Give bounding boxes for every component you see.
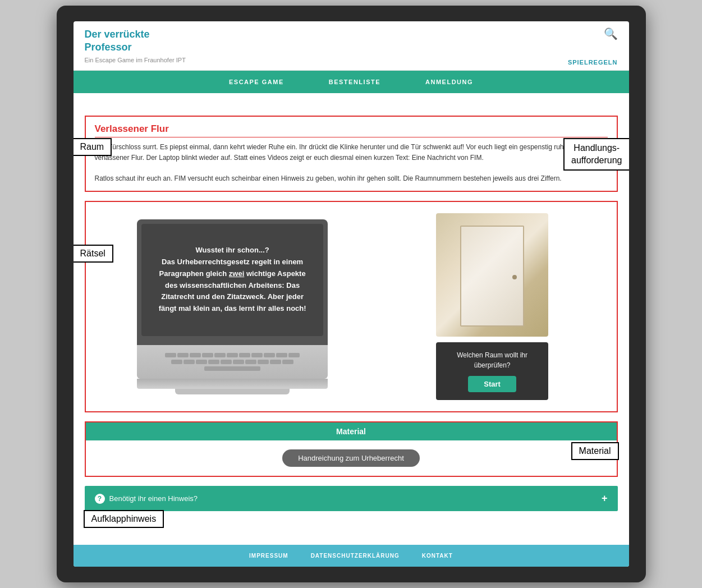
- annotation-raum: Raum: [74, 138, 112, 156]
- material-section: Material Handreichung zum Urheberrecht: [85, 421, 618, 477]
- room-section: Verlassener Flur Das Türschloss surrt. E…: [85, 116, 618, 192]
- door-card-question: Welchen Raum wollt ihr überprüfen?: [447, 350, 537, 370]
- laptop-keyboard: [137, 345, 328, 379]
- footer: IMPRESSUM DATENSCHUTZERKLÄRUNG KONTAKT: [74, 545, 629, 567]
- hint-wrapper: Aufklapphinweis ? Benötigt ihr einen Hin…: [85, 486, 618, 511]
- hint-header[interactable]: ? Benötigt ihr einen Hinweis? +: [86, 487, 617, 510]
- site-title: Der verrückte Professor: [85, 28, 186, 54]
- material-header: Material: [86, 422, 617, 440]
- puzzle-section: Wusstet ihr schon...? Das Urheberrechtsg…: [85, 201, 618, 412]
- spielregeln-link[interactable]: SPIELREGELN: [568, 59, 618, 70]
- laptop-screen-text: Wusstet ihr schon...? Das Urheberrechtsg…: [159, 245, 306, 315]
- laptop-screen-outer: Wusstet ihr schon...? Das Urheberrechtsg…: [137, 219, 328, 345]
- hint-plus-icon: +: [602, 493, 608, 504]
- door-card: Welchen Raum wollt ihr überprüfen? Start: [436, 342, 548, 400]
- laptop: Wusstet ihr schon...? Das Urheberrechtsg…: [137, 219, 328, 394]
- hint-header-left: ? Benötigt ihr einen Hinweis?: [95, 494, 198, 504]
- site-subtitle: Ein Escape Game im Fraunhofer IPT: [85, 57, 186, 63]
- nav-escape-game[interactable]: ESCAPE GAME: [207, 71, 306, 93]
- nav-anmeldung[interactable]: ANMELDUNG: [403, 71, 495, 93]
- header-right: 🔍 SPIELREGELN: [197, 21, 629, 70]
- footer-impressum[interactable]: IMPRESSUM: [249, 553, 288, 559]
- laptop-wrapper: Wusstet ihr schon...? Das Urheberrechtsg…: [97, 219, 368, 394]
- room-title: Verlassener Flur: [95, 123, 608, 137]
- footer-kontakt[interactable]: KONTAKT: [422, 553, 453, 559]
- laptop-screen-inner: Wusstet ihr schon...? Das Urheberrechtsg…: [141, 224, 323, 336]
- header-logo: Der verrückte Professor Ein Escape Game …: [74, 21, 197, 70]
- header: Der verrückte Professor Ein Escape Game …: [74, 21, 629, 71]
- material-body: Handreichung zum Urheberrecht: [86, 440, 617, 476]
- hint-question-icon: ?: [95, 494, 105, 504]
- material-pill[interactable]: Handreichung zum Urheberrecht: [282, 449, 420, 467]
- annotation-raetsel: Rätsel: [74, 245, 113, 263]
- annotation-material: Material: [571, 442, 619, 460]
- nav-bar: ESCAPE GAME BESTENLISTE ANMELDUNG: [74, 71, 629, 93]
- start-button[interactable]: Start: [468, 376, 516, 392]
- laptop-stand: [175, 389, 290, 394]
- hint-section: ? Benötigt ihr einen Hinweis? +: [85, 486, 618, 511]
- footer-datenschutz[interactable]: DATENSCHUTZERKLÄRUNG: [311, 553, 400, 559]
- door-image: [436, 213, 548, 337]
- screen: Der verrückte Professor Ein Escape Game …: [74, 21, 629, 567]
- annotation-aufklapp: Aufklapphinweis: [84, 510, 164, 528]
- search-icon[interactable]: 🔍: [604, 27, 618, 40]
- room-description-1: Das Türschloss surrt. Es piepst einmal, …: [95, 142, 608, 163]
- hint-label: Benötigt ihr einen Hinweis?: [109, 494, 198, 503]
- main-content: Raum Handlungs- aufforderung Rätsel Verl…: [74, 116, 629, 545]
- room-description-2: Ratlos schaut ihr euch an. FIM versucht …: [95, 173, 608, 184]
- door-section: Welchen Raum wollt ihr überprüfen? Start: [379, 213, 605, 400]
- device-frame: Der verrückte Professor Ein Escape Game …: [57, 6, 646, 582]
- nav-bestenliste[interactable]: BESTENLISTE: [306, 71, 403, 93]
- laptop-base: [137, 379, 328, 389]
- material-annot-wrapper: Material Material Handreichung zum Urheb…: [85, 421, 618, 477]
- annotation-handlung: Handlungs- aufforderung: [563, 138, 628, 171]
